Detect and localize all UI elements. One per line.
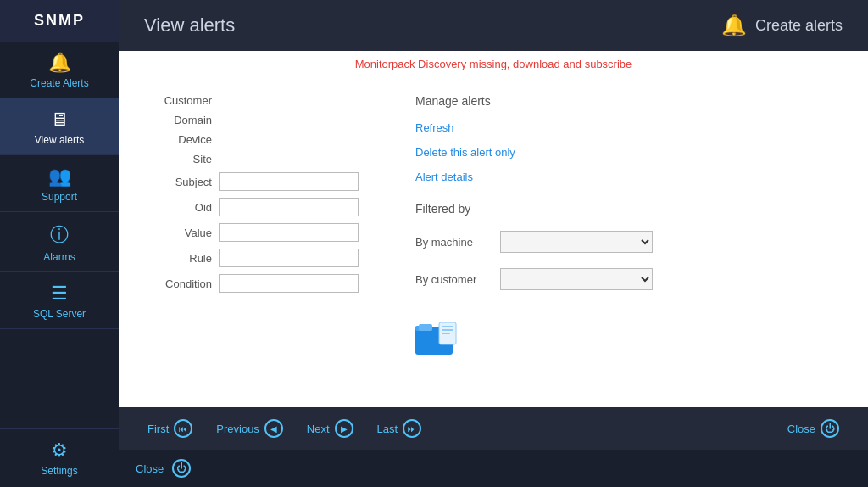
warning-message: Monitorpack Discovery missing, download …: [119, 51, 868, 77]
close-button-top[interactable]: Close ⏻: [776, 419, 851, 438]
first-label: First: [147, 423, 169, 435]
sidebar-settings-label: Settings: [41, 465, 77, 477]
sidebar-item-support[interactable]: 👥 Support: [0, 155, 119, 212]
svg-rect-2: [419, 324, 432, 331]
by-machine-select[interactable]: [500, 231, 653, 253]
sidebar-item-label: SQL Server: [33, 308, 86, 320]
form-row-condition: Condition: [144, 274, 381, 293]
main-content: View alerts 🔔 Create alerts Monitorpack …: [119, 0, 868, 487]
create-alerts-label: Create alerts: [755, 17, 843, 35]
form-row-site: Site: [144, 153, 381, 165]
form-row-subject: Subject: [144, 172, 381, 191]
site-label: Site: [144, 153, 212, 165]
bottom-close-bar: Close ⏻: [119, 450, 868, 487]
delete-alert-link[interactable]: Delete this alert only: [415, 146, 843, 159]
sidebar-item-sql-server[interactable]: ☰ SQL Server: [0, 272, 119, 329]
rule-input[interactable]: [219, 249, 359, 267]
right-panel: Manage alerts Refresh Delete this alert …: [415, 94, 843, 390]
svg-rect-6: [442, 333, 450, 334]
subject-label: Subject: [144, 176, 212, 188]
sidebar-item-view-alerts[interactable]: 🖥 View alerts: [0, 98, 119, 155]
filter-row-machine: By machine: [415, 231, 843, 253]
condition-label: Condition: [144, 277, 212, 290]
value-input[interactable]: [219, 223, 359, 242]
form-row-customer: Customer: [144, 94, 381, 107]
sidebar-item-alarms[interactable]: ⓘ Alarms: [0, 212, 119, 272]
form-row-value: Value: [144, 223, 381, 242]
filtered-by-title: Filtered by: [415, 202, 843, 216]
first-icon: ⏮: [174, 419, 192, 438]
svg-rect-5: [442, 329, 453, 331]
sidebar-item-label: View alerts: [35, 134, 84, 146]
rule-label: Rule: [144, 252, 212, 265]
bell-icon: 🔔: [48, 52, 71, 74]
alert-details-link[interactable]: Alert details: [415, 171, 843, 183]
sidebar-item-label: Create Alerts: [30, 77, 88, 89]
create-alerts-button[interactable]: 🔔 Create alerts: [721, 14, 843, 37]
content-area: Monitorpack Discovery missing, download …: [119, 51, 868, 407]
bottom-close-label[interactable]: Close: [136, 462, 164, 475]
monitor-icon: 🖥: [50, 109, 69, 131]
top-header: View alerts 🔔 Create alerts: [119, 0, 868, 51]
form-row-domain: Domain: [144, 114, 381, 126]
customer-label: Customer: [144, 94, 212, 107]
next-label: Next: [307, 423, 330, 435]
subject-input[interactable]: [219, 172, 359, 191]
content-body: Customer Domain Device Site Subject: [119, 77, 868, 407]
next-button[interactable]: Next ▶: [295, 419, 365, 438]
svg-rect-4: [442, 326, 453, 327]
manage-alerts-title: Manage alerts: [415, 94, 843, 108]
sidebar-item-label: Support: [42, 191, 77, 203]
next-icon: ▶: [335, 419, 353, 438]
refresh-link[interactable]: Refresh: [415, 121, 843, 134]
gear-icon: ⚙: [51, 439, 68, 462]
form-row-rule: Rule: [144, 249, 381, 267]
by-customer-label: By customer: [415, 273, 492, 286]
alarms-icon: ⓘ: [50, 222, 69, 248]
close-label: Close: [787, 423, 815, 435]
device-label: Device: [144, 133, 212, 146]
app-logo: SNMP: [0, 0, 119, 42]
previous-label: Previous: [216, 423, 259, 435]
form-row-oid: Oid: [144, 198, 381, 216]
condition-input[interactable]: [219, 274, 359, 293]
folder-icon-area: [415, 319, 843, 360]
power-icon: ⏻: [821, 419, 839, 438]
value-label: Value: [144, 227, 212, 239]
last-label: Last: [377, 423, 398, 435]
sidebar-item-settings[interactable]: ⚙ Settings: [0, 428, 119, 487]
filter-row-customer: By customer: [415, 268, 843, 290]
by-machine-label: By machine: [415, 236, 492, 249]
page-title: View alerts: [144, 14, 235, 36]
bottom-power-icon[interactable]: ⏻: [172, 459, 191, 478]
header-bell-icon: 🔔: [721, 14, 747, 37]
folder-icon[interactable]: [415, 319, 458, 356]
database-icon: ☰: [51, 283, 68, 305]
form-section: Customer Domain Device Site Subject: [144, 94, 381, 390]
previous-button[interactable]: Previous ◀: [204, 419, 295, 438]
oid-label: Oid: [144, 201, 212, 214]
first-button[interactable]: First ⏮: [136, 419, 204, 438]
by-customer-select[interactable]: [500, 268, 653, 290]
support-icon: 👥: [48, 165, 71, 188]
sidebar-item-create-alerts[interactable]: 🔔 Create Alerts: [0, 42, 119, 98]
domain-label: Domain: [144, 114, 212, 126]
form-row-device: Device: [144, 133, 381, 146]
last-button[interactable]: Last ⏭: [365, 419, 434, 438]
oid-input[interactable]: [219, 198, 359, 216]
sidebar-item-label: Alarms: [43, 251, 75, 263]
bottom-navigation: First ⏮ Previous ◀ Next ▶ Last ⏭ Close ⏻: [119, 407, 868, 450]
previous-icon: ◀: [264, 419, 283, 438]
last-icon: ⏭: [403, 419, 421, 438]
sidebar: SNMP 🔔 Create Alerts 🖥 View alerts 👥 Sup…: [0, 0, 119, 487]
